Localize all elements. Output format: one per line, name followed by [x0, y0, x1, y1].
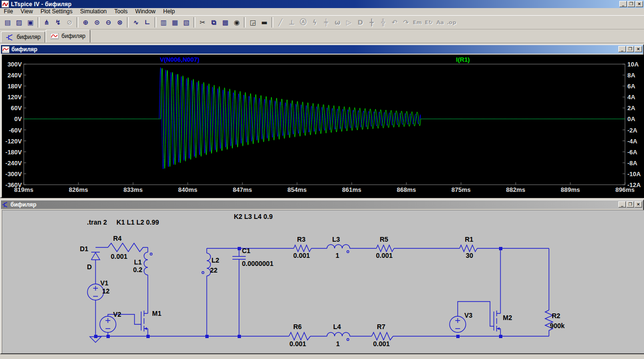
tab-бифиляр-2[interactable]: бифиляр [46, 29, 90, 43]
component-r2[interactable]: R2 900k [545, 310, 565, 334]
capacitor-tool-icon[interactable]: ╪ [320, 17, 332, 28]
maximize-button[interactable]: ❐ [627, 1, 635, 7]
y-right-tick-label: -2A [627, 127, 644, 134]
diode-tool-icon[interactable]: ▷ [343, 17, 355, 28]
component-v1[interactable]: V1 12 [87, 279, 110, 300]
waveform-window-titlebar[interactable]: бифиляр _ ❐ × [1, 45, 643, 54]
component-m1[interactable]: M1 [141, 310, 162, 336]
x-axis-tick-label: 875ms [446, 186, 476, 193]
toolbar-separator [154, 17, 156, 28]
component-v2[interactable]: V2 [100, 311, 121, 332]
component-r1[interactable]: R1 30 [460, 236, 477, 259]
minimize-button[interactable]: _ [619, 1, 627, 7]
plot-close-button[interactable]: × [634, 46, 642, 52]
tab-бифиляр-1[interactable]: бифиляр [1, 31, 45, 43]
menu-help[interactable]: Help [159, 8, 179, 15]
schematic-canvas-area[interactable]: .tran 2 K1 L1 L2 0.99 K2 L3 L4 0.9 D1 D … [2, 210, 644, 353]
component-label: R5 [380, 236, 388, 243]
zoom-in-icon[interactable]: ⊕ [80, 17, 91, 28]
undo-icon[interactable]: ↶ [389, 17, 400, 28]
y-right-tick-label: 8A [627, 72, 644, 79]
component-label: R2 [552, 312, 560, 320]
spice-directive-k1[interactable]: K1 L1 L2 0.99 [116, 218, 159, 226]
trace-name-v-n006-n007-[interactable]: V(N006,N007) [137, 56, 222, 63]
component-m2[interactable]: M2 [494, 311, 512, 336]
menu-window[interactable]: Window [132, 8, 160, 15]
halt-icon[interactable]: ⊘ [64, 17, 75, 28]
ltspice-logo-icon [1, 0, 9, 8]
component-l2[interactable]: L2 22 [202, 253, 220, 276]
y-right-tick-label: 6A [627, 83, 644, 90]
schematic-window-titlebar[interactable]: бифиляр _ ❐ × [1, 200, 643, 209]
x-axis-tick-label: 854ms [282, 186, 312, 193]
save-icon[interactable]: ▣ [25, 17, 36, 28]
close-button[interactable]: × [635, 1, 643, 7]
menu-plot-settings[interactable]: Plot Settings [37, 8, 76, 15]
cascade-windows2-icon[interactable]: ▧ [181, 17, 192, 28]
print-preview-icon[interactable]: ◲ [247, 17, 259, 28]
open-file-icon[interactable]: ▨ [13, 17, 25, 28]
resistor-tool-icon[interactable]: ϟ [309, 17, 320, 28]
component-l3[interactable]: L3 1 [327, 236, 350, 259]
trace-name-i-r1-[interactable]: I(R1) [420, 56, 506, 63]
spice-netlist-icon[interactable]: ∿ [130, 17, 142, 28]
menu-file[interactable]: File [0, 8, 17, 15]
component-l1[interactable]: L1 0.2 [133, 252, 152, 275]
component-tool-icon[interactable]: D [355, 17, 366, 28]
y-left-tick-label: -120V [2, 138, 22, 145]
run-icon[interactable]: ↯ [52, 17, 64, 28]
zoom-back-icon[interactable]: ⊙ [91, 17, 103, 28]
waveform-plot-area[interactable]: 819ms826ms833ms840ms847ms854ms861ms868ms… [2, 55, 644, 198]
mark-axes-icon[interactable]: ∟ [142, 17, 153, 28]
tile-windows-icon[interactable]: ▥ [158, 17, 169, 28]
cut-icon[interactable]: ✂ [197, 17, 208, 28]
plot-minimize-button[interactable]: _ [618, 46, 626, 52]
redo-icon[interactable]: ↷ [400, 17, 412, 28]
component-r7[interactable]: R7 0.001 [372, 323, 393, 348]
move-tool-icon[interactable]: ╋ [366, 17, 377, 28]
ground-tool-icon[interactable]: ⊥ [286, 17, 298, 28]
inductor-tool-icon[interactable]: ω [332, 17, 343, 28]
schem-minimize-button[interactable]: _ [618, 201, 626, 208]
schematic-tab-icon [6, 34, 14, 40]
spice-directive-icon[interactable]: .op [446, 17, 457, 28]
component-r5[interactable]: R5 0.001 [376, 236, 394, 259]
rotate-tool-icon[interactable]: E↻ [423, 17, 434, 28]
component-r6[interactable]: R6 0.001 [289, 323, 310, 348]
print-icon[interactable]: ▬ [259, 17, 270, 28]
schem-close-button[interactable]: × [634, 201, 642, 208]
menu-simulation[interactable]: Simulation [77, 8, 111, 15]
cascade-windows-icon[interactable]: ▦ [169, 17, 181, 28]
component-r4[interactable]: R4 0.001 [108, 235, 146, 260]
component-label: D1 [80, 245, 88, 253]
component-r3[interactable]: R3 0.001 [293, 236, 311, 259]
wire-tool-icon[interactable]: ╱ [275, 17, 286, 28]
paste-icon[interactable]: ▩ [220, 17, 231, 28]
zoom-out-icon[interactable]: ⊖ [103, 17, 114, 28]
toolbar-separator [77, 17, 78, 28]
spice-directive-k2[interactable]: K2 L3 L4 0.9 [234, 213, 273, 220]
toolbar-separator [38, 17, 39, 28]
x-axis-tick-label: 889ms [555, 186, 586, 193]
plot-maximize-button[interactable]: ❐ [626, 46, 634, 52]
schematic-canvas[interactable]: .tran 2 K1 L1 L2 0.99 K2 L3 L4 0.9 D1 D … [2, 210, 644, 353]
menu-tools[interactable]: Tools [111, 8, 132, 15]
copy-icon[interactable]: ⧉ [208, 17, 220, 28]
component-label: R4 [113, 235, 122, 242]
label-net-icon[interactable]: Ⓐ [298, 17, 309, 28]
waveform-plot-canvas[interactable] [2, 55, 644, 198]
mirror-tool-icon[interactable]: Em [412, 17, 423, 28]
menu-view[interactable]: View [17, 8, 37, 15]
component-d1[interactable]: D1 D [80, 245, 100, 271]
find-icon[interactable]: ◉ [231, 17, 242, 28]
component-l4[interactable]: L4 1 [327, 323, 350, 348]
control-panel-hammer-icon[interactable]: ⋔ [41, 17, 52, 28]
spice-directive-tran[interactable]: .tran 2 [87, 218, 107, 226]
new-schematic-icon[interactable]: ▤ [2, 17, 13, 28]
zoom-full-extents-icon[interactable]: ⊗ [114, 17, 125, 28]
schem-maximize-button[interactable]: ❐ [626, 201, 634, 208]
text-tool-icon[interactable]: Aa [434, 17, 446, 28]
component-v3[interactable]: V3 [450, 312, 472, 332]
wires[interactable] [96, 247, 549, 336]
drag-tool-icon[interactable]: ╬ [377, 17, 389, 28]
